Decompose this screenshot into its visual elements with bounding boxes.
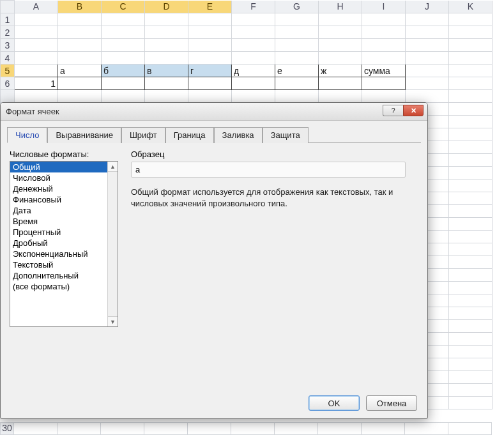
cell[interactable] xyxy=(15,39,58,52)
cell[interactable] xyxy=(58,26,102,39)
cell[interactable] xyxy=(102,13,145,26)
row-header-6[interactable]: 6 xyxy=(1,77,15,90)
col-header-A[interactable]: A xyxy=(15,1,58,13)
cell-F5[interactable]: д xyxy=(232,65,275,77)
col-header-I[interactable]: I xyxy=(362,1,406,13)
cell[interactable] xyxy=(58,13,102,26)
cell[interactable] xyxy=(188,77,232,90)
cell[interactable] xyxy=(362,77,406,90)
cell[interactable] xyxy=(449,39,493,52)
format-item-date[interactable]: Дата xyxy=(10,205,118,216)
cell[interactable] xyxy=(102,26,145,39)
tab-font[interactable]: Шрифт xyxy=(121,127,165,143)
col-header-B[interactable]: B xyxy=(58,1,102,13)
cell[interactable] xyxy=(232,26,275,39)
cell[interactable] xyxy=(15,13,58,26)
cell[interactable] xyxy=(188,26,232,39)
cell[interactable] xyxy=(319,52,362,65)
row-header-30[interactable]: 30 xyxy=(0,422,14,435)
cell[interactable] xyxy=(275,52,319,65)
cell-E5[interactable]: г xyxy=(188,65,232,77)
cell[interactable] xyxy=(145,77,188,90)
cell[interactable] xyxy=(15,26,58,39)
col-header-K[interactable]: K xyxy=(449,1,493,13)
cell[interactable] xyxy=(449,52,493,65)
format-item-number[interactable]: Числовой xyxy=(10,172,118,183)
tab-protection[interactable]: Защита xyxy=(263,127,309,143)
row-header-2[interactable]: 2 xyxy=(1,26,15,39)
cell[interactable] xyxy=(188,52,232,65)
cell[interactable] xyxy=(188,13,232,26)
cell[interactable] xyxy=(232,52,275,65)
format-item-custom[interactable]: (все форматы) xyxy=(10,281,118,292)
tab-fill[interactable]: Заливка xyxy=(214,127,263,143)
cell-H5[interactable]: ж xyxy=(319,65,362,77)
number-format-listbox[interactable]: Общий Числовой Денежный Финансовый Дата … xyxy=(10,161,118,327)
row-header-3[interactable]: 3 xyxy=(1,39,15,52)
cell[interactable] xyxy=(449,65,493,77)
cell[interactable] xyxy=(449,13,493,26)
row-header-4[interactable]: 4 xyxy=(1,52,15,65)
cancel-button[interactable]: Отмена xyxy=(366,395,417,411)
col-header-G[interactable]: G xyxy=(275,1,319,13)
cell[interactable] xyxy=(406,39,449,52)
cell[interactable] xyxy=(102,77,145,90)
format-item-time[interactable]: Время xyxy=(10,216,118,227)
cell[interactable] xyxy=(15,52,58,65)
cell[interactable] xyxy=(319,26,362,39)
cell[interactable] xyxy=(275,77,319,90)
cell[interactable] xyxy=(362,26,406,39)
tab-number[interactable]: Число xyxy=(7,127,47,143)
col-header-H[interactable]: H xyxy=(319,1,362,13)
help-button[interactable]: ? xyxy=(383,105,403,116)
format-item-accounting[interactable]: Финансовый xyxy=(10,194,118,205)
cell-C5[interactable]: б xyxy=(102,65,145,77)
format-item-percentage[interactable]: Процентный xyxy=(10,227,118,238)
row-header[interactable] xyxy=(1,90,15,103)
tab-alignment[interactable]: Выравнивание xyxy=(47,127,121,143)
row-header-5[interactable]: 5 xyxy=(1,65,15,77)
cell[interactable] xyxy=(449,26,493,39)
cell[interactable] xyxy=(188,39,232,52)
cell[interactable] xyxy=(232,39,275,52)
format-item-text[interactable]: Текстовый xyxy=(10,259,118,270)
col-header-F[interactable]: F xyxy=(232,1,275,13)
cell[interactable] xyxy=(145,13,188,26)
tab-border[interactable]: Граница xyxy=(165,127,214,143)
cell[interactable] xyxy=(145,26,188,39)
cell[interactable] xyxy=(58,39,102,52)
cell-G5[interactable]: е xyxy=(275,65,319,77)
cell[interactable] xyxy=(232,77,275,90)
cell[interactable] xyxy=(362,13,406,26)
cell[interactable] xyxy=(406,52,449,65)
cell[interactable] xyxy=(362,52,406,65)
cell[interactable] xyxy=(275,26,319,39)
cell[interactable] xyxy=(232,13,275,26)
format-item-special[interactable]: Дополнительный xyxy=(10,270,118,281)
cell[interactable] xyxy=(275,39,319,52)
cell-A6[interactable]: 1 xyxy=(15,77,58,90)
cell[interactable] xyxy=(319,13,362,26)
format-item-fraction[interactable]: Дробный xyxy=(10,238,118,248)
cell[interactable] xyxy=(275,13,319,26)
cell[interactable] xyxy=(406,65,449,77)
format-item-currency[interactable]: Денежный xyxy=(10,183,118,194)
cell[interactable] xyxy=(319,39,362,52)
cell[interactable] xyxy=(145,39,188,52)
cell[interactable] xyxy=(406,77,449,90)
dialog-titlebar[interactable]: Формат ячеек ? ✕ xyxy=(1,103,427,121)
cell[interactable] xyxy=(406,26,449,39)
ok-button[interactable]: OK xyxy=(309,395,360,411)
cell[interactable] xyxy=(319,77,362,90)
cell-B5[interactable]: а xyxy=(58,65,102,77)
scroll-down-icon[interactable]: ▼ xyxy=(108,316,118,326)
col-header-E[interactable]: E xyxy=(188,1,232,13)
scroll-up-icon[interactable]: ▲ xyxy=(108,162,118,172)
row-header-1[interactable]: 1 xyxy=(1,13,15,26)
cell[interactable] xyxy=(406,13,449,26)
format-item-general[interactable]: Общий xyxy=(10,162,118,172)
cell[interactable] xyxy=(145,52,188,65)
cell[interactable] xyxy=(102,52,145,65)
cell-A5[interactable] xyxy=(15,65,58,77)
cell[interactable] xyxy=(58,52,102,65)
